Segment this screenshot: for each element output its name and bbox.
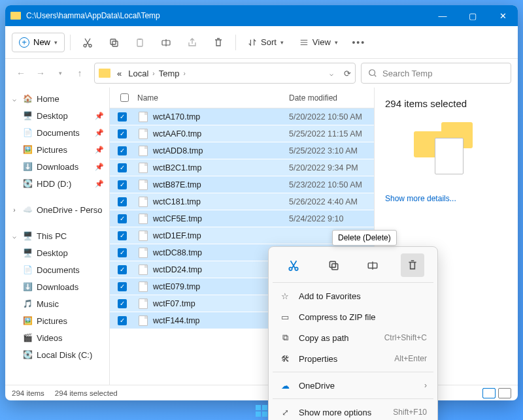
sort-button[interactable]: Sort▾	[241, 33, 290, 51]
checkbox-icon[interactable]: ✓	[118, 316, 127, 325]
forward-button[interactable]: →	[31, 64, 50, 82]
sidebar-onedrive[interactable]: ›☁️OneDrive - Perso	[5, 201, 109, 218]
ctx-add-favorites[interactable]: ☆Add to Favorites	[273, 285, 433, 306]
cut-button[interactable]	[76, 31, 99, 54]
header-date[interactable]: Date modified	[289, 93, 374, 103]
file-icon	[139, 146, 148, 156]
select-all-checkbox[interactable]	[120, 93, 129, 102]
ctx-properties[interactable]: 🛠PropertiesAlt+Enter	[273, 348, 433, 369]
checkbox-icon[interactable]: ✓	[118, 112, 127, 121]
new-button[interactable]: + New ▾	[12, 33, 65, 52]
checkbox-icon[interactable]: ✓	[118, 231, 127, 240]
view-button[interactable]: View▾	[293, 33, 345, 51]
checkbox-icon[interactable]: ✓	[118, 163, 127, 172]
checkbox-icon[interactable]: ✓	[118, 214, 127, 223]
sidebar-pc-downloads[interactable]: ⬇️Downloads	[5, 278, 109, 295]
ctx-onedrive[interactable]: ☁OneDrive›	[273, 375, 433, 396]
file-row[interactable]: ✓wctADD8.tmp5/25/2022 3:10 AM	[110, 142, 374, 159]
column-headers: Name Date modified	[110, 88, 374, 108]
search-icon	[368, 69, 377, 78]
header-name[interactable]: Name	[133, 93, 289, 103]
sidebar-pc-pictures[interactable]: 🖼️Pictures	[5, 312, 109, 329]
checkbox-icon[interactable]: ✓	[118, 248, 127, 257]
sidebar-documents[interactable]: 📄Documents📌	[5, 124, 109, 141]
sidebar-home[interactable]: ⌵🏠Home	[5, 90, 109, 107]
context-menu: ☆Add to Favorites ▭Compress to ZIP file …	[268, 246, 438, 420]
svg-rect-4	[137, 39, 143, 46]
copy-icon	[328, 259, 339, 271]
file-name: wctA170.tmp	[153, 112, 289, 121]
cut-icon	[82, 37, 93, 48]
share-icon	[187, 37, 197, 48]
close-button[interactable]: ✕	[488, 5, 518, 26]
copy-icon	[109, 37, 119, 48]
file-row[interactable]: ✓wctAAF0.tmp5/25/2022 11:15 AM	[110, 125, 374, 142]
refresh-button[interactable]: ⟳	[344, 69, 351, 78]
checkbox-icon[interactable]: ✓	[118, 129, 127, 138]
checkbox-icon[interactable]: ✓	[118, 265, 127, 274]
sidebar-pc-documents[interactable]: 📄Documents	[5, 261, 109, 278]
back-button[interactable]: ←	[12, 64, 30, 82]
file-row[interactable]: ✓wctB2C1.tmp5/20/2022 9:34 PM	[110, 159, 374, 176]
file-date: 5/25/2022 11:15 AM	[289, 129, 374, 138]
ctx-show-more[interactable]: ⤢Show more optionsShift+F10	[273, 402, 433, 420]
file-icon	[139, 197, 148, 207]
sidebar-pictures[interactable]: 🖼️Pictures📌	[5, 141, 109, 158]
file-row[interactable]: ✓wctC181.tmp5/26/2022 4:40 AM	[110, 193, 374, 210]
sort-icon	[248, 38, 257, 47]
toolbar: + New ▾ Sort▾ View▾ •••	[5, 26, 518, 59]
crumb-temp[interactable]: Temp	[156, 67, 182, 80]
checkbox-icon[interactable]: ✓	[118, 146, 127, 155]
show-more-details[interactable]: Show more details...	[385, 194, 507, 203]
sidebar-desktop[interactable]: 🖥️Desktop📌	[5, 107, 109, 124]
plus-icon: +	[19, 37, 29, 48]
share-button[interactable]	[180, 31, 204, 54]
preview-icon	[414, 122, 479, 181]
file-row[interactable]: ✓wctB87E.tmp5/23/2022 10:50 AM	[110, 176, 374, 193]
ctx-copy[interactable]	[322, 253, 345, 277]
paste-icon	[135, 37, 145, 48]
paste-button[interactable]	[128, 31, 152, 54]
svg-rect-15	[256, 412, 261, 417]
minimize-button[interactable]: —	[428, 5, 458, 26]
sidebar-thispc[interactable]: ⌵🖥️This PC	[5, 227, 109, 244]
checkbox-icon[interactable]: ✓	[118, 299, 127, 308]
checkbox-icon[interactable]: ✓	[118, 180, 127, 189]
svg-rect-5	[139, 39, 141, 40]
ctx-rename[interactable]	[361, 253, 384, 277]
sidebar-pc-localdisk[interactable]: 💽Local Disk (C:)	[5, 346, 109, 363]
ctx-compress-zip[interactable]: ▭Compress to ZIP file	[273, 306, 433, 327]
copy-button[interactable]	[102, 31, 126, 54]
file-icon	[139, 112, 148, 122]
delete-button[interactable]	[207, 31, 230, 54]
rename-icon	[367, 259, 379, 271]
file-name: wctADD8.tmp	[153, 146, 289, 155]
crumb-local[interactable]: Local	[126, 67, 151, 80]
properties-icon: 🛠	[279, 354, 291, 364]
file-row[interactable]: ✓wctCF5E.tmp5/24/2022 9:10	[110, 210, 374, 227]
sidebar-downloads[interactable]: ⬇️Downloads📌	[5, 158, 109, 175]
ctx-cut[interactable]	[282, 253, 305, 277]
search-input[interactable]: Search Temp	[361, 63, 511, 84]
star-icon: ☆	[279, 291, 291, 301]
rename-button[interactable]	[154, 31, 178, 54]
ctx-copy-path[interactable]: ⧉Copy as pathCtrl+Shift+C	[273, 327, 433, 348]
details-view-toggle[interactable]	[482, 388, 496, 398]
file-row[interactable]: ✓wctA170.tmp5/20/2022 10:50 AM	[110, 108, 374, 125]
checkbox-icon[interactable]: ✓	[118, 197, 127, 206]
sidebar-pc-desktop[interactable]: 🖥️Desktop	[5, 244, 109, 261]
sidebar-hdd[interactable]: 💽HDD (D:)📌	[5, 175, 109, 192]
ctx-delete[interactable]	[401, 253, 424, 277]
address-bar[interactable]: « Local › Temp › ⌵ ⟳	[94, 63, 356, 84]
file-icon	[139, 248, 148, 258]
delete-tooltip: Delete (Delete)	[332, 230, 397, 246]
chevron-down-icon[interactable]: ⌵	[329, 70, 333, 77]
more-button[interactable]: •••	[347, 31, 371, 54]
sidebar-pc-videos[interactable]: 🎬Videos	[5, 329, 109, 346]
up-button[interactable]: ↑	[71, 64, 89, 82]
maximize-button[interactable]: ▢	[458, 5, 488, 26]
recent-button[interactable]: ▾	[51, 64, 69, 82]
thumbnail-view-toggle[interactable]	[498, 388, 511, 398]
checkbox-icon[interactable]: ✓	[118, 282, 127, 291]
sidebar-pc-music[interactable]: 🎵Music	[5, 295, 109, 312]
